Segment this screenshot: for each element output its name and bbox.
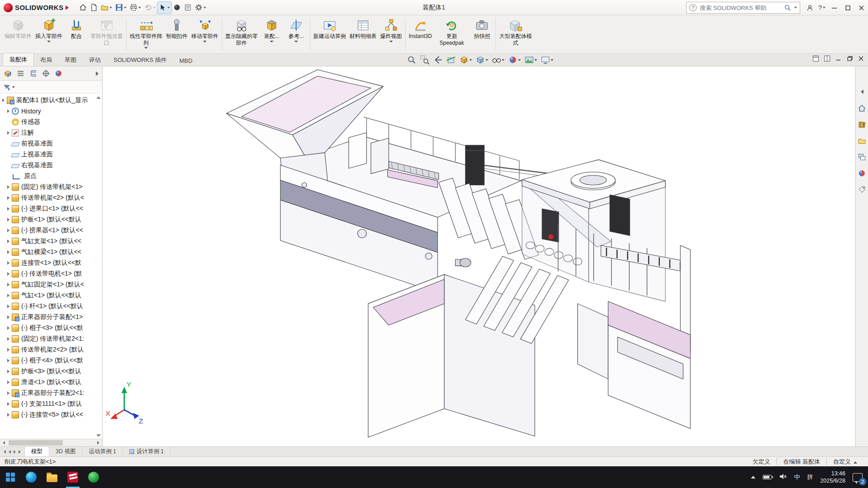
- new-document-button[interactable]: [89, 2, 99, 14]
- undo-button[interactable]: [143, 2, 157, 14]
- edit-appearance-icon[interactable]: [507, 55, 522, 65]
- open-dropdown-caret[interactable]: [109, 7, 112, 9]
- solidworks-app-button[interactable]: [62, 466, 83, 488]
- input-language-indicator[interactable]: 中: [794, 473, 800, 481]
- new-motion-study-button[interactable]: 新建运动算例: [311, 17, 348, 52]
- tree-item[interactable]: 滑道<1> (默认<<默认: [0, 377, 102, 388]
- tree-item[interactable]: 传送带机架2<2> (默认: [0, 344, 102, 355]
- custom-caret-icon[interactable]: [854, 461, 857, 464]
- action-center-icon[interactable]: 2: [853, 473, 863, 482]
- assembly-3d-model[interactable]: Y X Z: [103, 66, 855, 446]
- rebuild-sphere-button[interactable]: [172, 2, 182, 14]
- insert-component-caret[interactable]: [47, 41, 51, 42]
- large-assembly-mode-button[interactable]: 大型装配体模式: [497, 17, 533, 52]
- tree-item-annotations[interactable]: 注解: [0, 127, 102, 138]
- close-button[interactable]: [854, 1, 868, 14]
- doc-restore-icon[interactable]: [846, 55, 853, 62]
- tab-assembly[interactable]: 装配体: [3, 53, 34, 66]
- view-palette-icon[interactable]: [858, 152, 867, 161]
- tree-item-root[interactable]: 装配体1 (默认<默认_显示: [0, 95, 102, 106]
- open-button[interactable]: [99, 2, 113, 14]
- smart-fastener-button[interactable]: 智能扣件: [164, 17, 189, 52]
- tree-scroll-up-icon[interactable]: [96, 96, 101, 99]
- reference-geometry-caret[interactable]: [294, 41, 298, 42]
- tree-item[interactable]: 护板<3> (默认<<默认: [0, 366, 102, 377]
- scroll-right-button[interactable]: [94, 439, 102, 446]
- property-manager-tab-icon[interactable]: [16, 69, 25, 78]
- tree-item-top-plane[interactable]: 上视基准面: [0, 149, 102, 160]
- tab-sketch[interactable]: 草图: [58, 54, 83, 66]
- tree-item[interactable]: (-) 棍子<3> (默认<<默: [0, 323, 102, 333]
- section-view-icon[interactable]: [445, 55, 457, 65]
- task-pane-expand-icon[interactable]: [858, 87, 867, 96]
- search-icon[interactable]: [784, 5, 791, 11]
- show-hidden-components-button[interactable]: 显示隐藏的零部件: [223, 17, 259, 52]
- assembly-features-button[interactable]: 装配...: [259, 17, 284, 52]
- graphics-viewport[interactable]: Y X Z: [103, 66, 855, 446]
- file-properties-button[interactable]: [183, 2, 193, 14]
- edit-appearance-caret[interactable]: [518, 59, 521, 61]
- assembly-features-caret[interactable]: [270, 41, 274, 42]
- linear-pattern-caret[interactable]: [144, 47, 148, 49]
- tab-addins[interactable]: SOLIDWORKS 插件: [107, 54, 173, 66]
- bill-of-materials-button[interactable]: 材料明细表: [348, 17, 378, 52]
- view-settings-caret[interactable]: [551, 59, 553, 61]
- tab-evaluate[interactable]: 评估: [83, 54, 107, 66]
- edge-browser-button[interactable]: [21, 466, 42, 488]
- minimize-button[interactable]: [827, 1, 841, 14]
- search-scope-caret[interactable]: [794, 7, 797, 9]
- tree-item[interactable]: (固定) 传送带机架2<1:: [0, 333, 102, 344]
- dimxpert-manager-tab-icon[interactable]: [42, 69, 50, 78]
- taskbar-clock[interactable]: 13:46 2025/6/28: [820, 470, 845, 485]
- scrollbar-thumb[interactable]: [9, 440, 63, 446]
- reference-geometry-button[interactable]: 参考...: [284, 17, 308, 52]
- volume-icon[interactable]: [779, 473, 787, 482]
- select-tool-button[interactable]: [157, 2, 171, 14]
- tab-scroll-last-icon[interactable]: [19, 450, 21, 454]
- hide-show-caret[interactable]: [502, 59, 505, 61]
- tree-item-origin[interactable]: 原点: [0, 171, 102, 182]
- tree-item[interactable]: 护板<1> (默认<<默认: [0, 214, 102, 225]
- tree-horizontal-scrollbar[interactable]: [0, 439, 102, 446]
- tree-filter-bar[interactable]: [0, 81, 102, 94]
- apply-scene-caret[interactable]: [534, 59, 537, 61]
- help-menu[interactable]: ?: [816, 4, 827, 11]
- display-style-caret[interactable]: [486, 59, 488, 61]
- tree-scroll-down-icon[interactable]: [96, 434, 101, 437]
- tab-scroll-first-icon[interactable]: [4, 450, 6, 454]
- user-account-icon[interactable]: [803, 1, 816, 14]
- display-style-icon[interactable]: [475, 55, 489, 65]
- doc-close-icon[interactable]: [858, 55, 864, 62]
- tree-item[interactable]: 连接管<1> (默认<<默: [0, 258, 102, 268]
- tab-scroll-right-icon[interactable]: [14, 450, 16, 454]
- move-component-caret[interactable]: [203, 41, 207, 42]
- tree-item[interactable]: (-) 连接管<5> (默认<<: [0, 409, 102, 420]
- viewport-layout-icon[interactable]: [812, 55, 819, 62]
- zoom-fit-icon[interactable]: [406, 55, 417, 65]
- search-input[interactable]: [699, 4, 782, 12]
- tree-item[interactable]: (-) 支架1111<1> (默认: [0, 399, 102, 409]
- options-gear-button[interactable]: [193, 2, 208, 14]
- tree-item-sensors[interactable]: 传感器: [0, 117, 102, 127]
- tree-item-right-plane[interactable]: 右视基准面: [0, 160, 102, 171]
- feature-manager-tab-icon[interactable]: [4, 69, 12, 78]
- view-orientation-caret[interactable]: [469, 59, 472, 61]
- hide-show-items-icon[interactable]: [491, 55, 505, 65]
- exploded-view-caret[interactable]: [389, 41, 393, 42]
- tree-item[interactable]: (-) 进果口<1> (默认<<: [0, 203, 102, 214]
- edit-component-button[interactable]: 编辑零部件: [3, 17, 33, 52]
- options-dropdown-caret[interactable]: [203, 7, 206, 9]
- exploded-view-button[interactable]: 爆炸视图: [378, 17, 404, 52]
- tree-item[interactable]: 气缸支架<1> (默认<<: [0, 236, 102, 247]
- status-custom[interactable]: 自定义: [827, 458, 863, 466]
- green-app-button[interactable]: [83, 466, 104, 488]
- instant3d-button[interactable]: Instant3D: [407, 17, 434, 52]
- tree-item[interactable]: (-) 棍子<4> (默认<<默: [0, 355, 102, 366]
- display-manager-tab-icon[interactable]: [54, 69, 63, 78]
- tree-item[interactable]: (-) 传送带电机<1> (默: [0, 268, 102, 279]
- move-component-button[interactable]: 移动零部件: [189, 17, 220, 52]
- tree-item[interactable]: (-) 捞果器<1> (默认<<: [0, 225, 102, 236]
- ime-mode-indicator[interactable]: 拼: [807, 473, 813, 481]
- battery-icon[interactable]: [763, 475, 772, 479]
- tree-item[interactable]: (-) 杆<1> (默认<<默认: [0, 301, 102, 312]
